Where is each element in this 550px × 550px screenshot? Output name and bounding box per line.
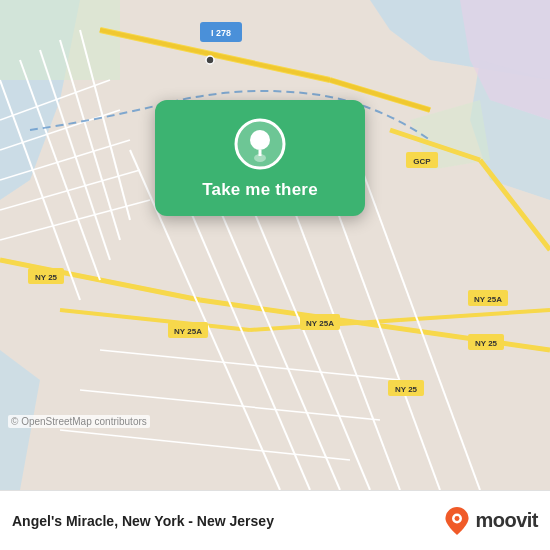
take-me-there-button[interactable]: Take me there bbox=[202, 180, 318, 200]
svg-text:NY 25: NY 25 bbox=[35, 273, 58, 282]
svg-point-57 bbox=[250, 130, 270, 150]
svg-text:I 278: I 278 bbox=[211, 28, 231, 38]
moovit-logo[interactable]: moovit bbox=[443, 507, 538, 535]
svg-text:NY 25A: NY 25A bbox=[306, 319, 334, 328]
moovit-brand-text: moovit bbox=[475, 509, 538, 532]
moovit-pin-icon bbox=[443, 507, 471, 535]
svg-point-61 bbox=[455, 516, 460, 521]
bottom-bar: Angel's Miracle, New York - New Jersey m… bbox=[0, 490, 550, 550]
svg-text:NY 25: NY 25 bbox=[395, 385, 418, 394]
svg-text:NY 25A: NY 25A bbox=[174, 327, 202, 336]
svg-text:NY 25: NY 25 bbox=[475, 339, 498, 348]
location-info: Angel's Miracle, New York - New Jersey bbox=[12, 513, 274, 529]
svg-text:GCP: GCP bbox=[413, 157, 431, 166]
location-card[interactable]: Take me there bbox=[155, 100, 365, 216]
map-attribution: © OpenStreetMap contributors bbox=[8, 415, 150, 428]
location-pin-icon bbox=[234, 118, 286, 170]
location-name: Angel's Miracle, New York - New Jersey bbox=[12, 513, 274, 529]
svg-text:NY 25A: NY 25A bbox=[474, 295, 502, 304]
map-container: I 278 NY 25 NY 25A NY 25A GCP NY 25A NY … bbox=[0, 0, 550, 490]
svg-point-55 bbox=[206, 56, 214, 64]
